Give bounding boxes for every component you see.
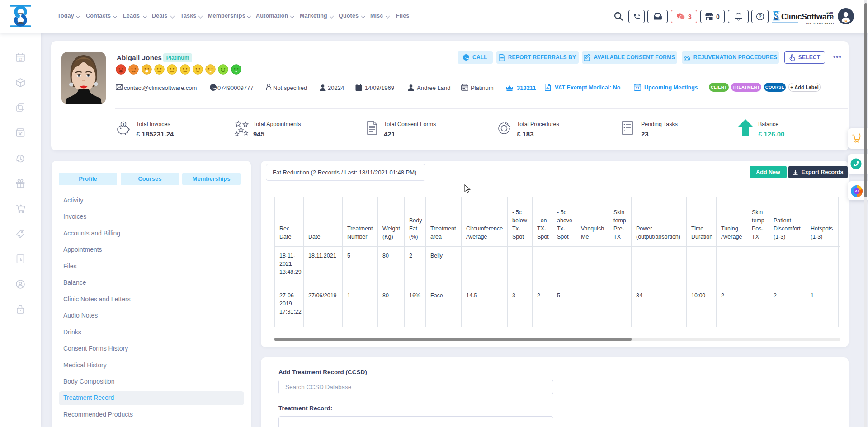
svg-text:$: $ [123, 122, 125, 127]
svg-text:AI: AI [855, 189, 859, 193]
svg-text:12: 12 [19, 57, 22, 61]
svg-text:TEN STEPS AHEAD: TEN STEPS AHEAD [806, 23, 834, 25]
svg-text:12: 12 [636, 87, 639, 90]
svg-text:?: ? [759, 14, 762, 19]
svg-text:.com: .com [826, 11, 833, 14]
